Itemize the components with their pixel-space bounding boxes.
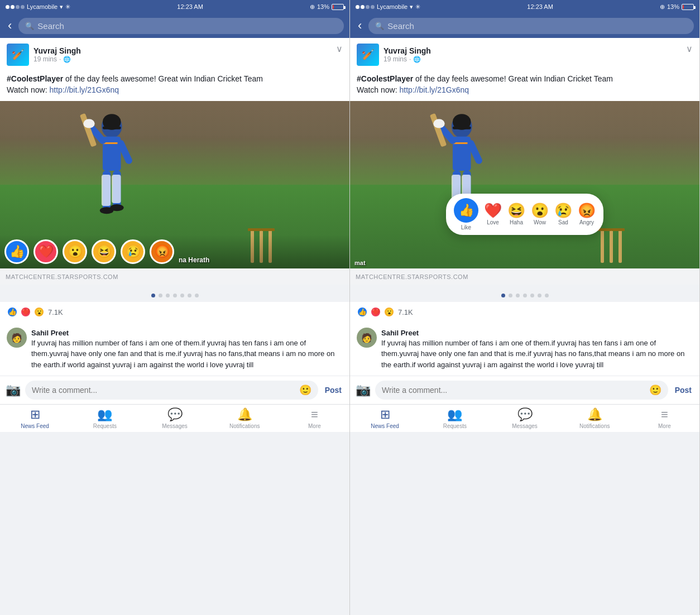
post-author-r: Yuvraj Singh [383,46,431,55]
search-input-wrap[interactable]: 🔍 [18,18,344,34]
post-button-r[interactable]: Post [673,386,694,395]
dot-1 [151,294,155,297]
signal-dot-3 [16,5,20,9]
notifications-label: Notifications [229,423,260,429]
post-image-r: 👍 Like ❤️ Love 😆 Haha 😮 Wow [350,101,699,268]
nav-notifications[interactable]: 🔔 Notifications [210,405,280,432]
search-bar-right: ‹ 🔍 [350,13,699,38]
dots-indicator-r [350,289,699,302]
reaction-count-r: 7.1K [398,308,413,316]
post-options-chevron[interactable]: ∨ [336,44,343,54]
reaction-haha[interactable]: 😆 Haha [507,203,525,225]
post-text-bold: #CoolestPlayer [7,74,63,83]
comment-input-row: 📷 🙂 Post [0,376,349,404]
comment-input-wrap-r[interactable]: 🙂 [375,381,668,400]
battery-percent-r: 13% [667,3,679,10]
reaction-haha-label: Haha [510,219,523,225]
nav-newsfeed[interactable]: ⊞ News Feed [0,405,70,432]
wow-emoji: 😮 [531,203,549,218]
reaction-love-label: Love [487,219,499,225]
comment-input[interactable] [32,386,296,395]
author-avatar-r[interactable]: 🏏 [357,44,379,66]
dot-2 [159,294,162,297]
nav-requests-r[interactable]: 👥 Requests [420,405,490,432]
nav-more-r[interactable]: ≡ More [630,405,699,432]
brightness-icon: ✳ [65,3,70,11]
reaction-popup: 👍 Like ❤️ Love 😆 Haha 😮 Wow [446,194,603,235]
author-avatar[interactable]: 🏏 [7,44,29,66]
battery-icon [332,4,344,10]
carrier-name: Lycamobile [27,3,57,10]
reaction-like[interactable]: 👍 Like [454,198,478,230]
avatar-image-r: 🏏 [357,44,379,66]
camera-icon-r[interactable]: 📷 [356,383,371,397]
back-button[interactable]: ‹ [6,18,14,33]
nav-messages[interactable]: 💬 Messages [140,405,209,432]
angry-circle[interactable]: 😡 [150,239,174,264]
reaction-love[interactable]: ❤️ Love [484,203,502,225]
reaction-sad-label: Sad [558,219,568,225]
wow-circle[interactable]: 😮 [63,239,87,264]
reaction-count-row-r: 👍 ❤️ 😮 7.1K [350,302,699,322]
messages-label: Messages [162,423,188,429]
battery-percent: 13% [317,3,329,10]
reaction-wow[interactable]: 😮 Wow [531,203,549,225]
nav-newsfeed-r[interactable]: ⊞ News Feed [350,405,420,432]
post-link[interactable]: http://bit.ly/21Gx6nq [50,85,119,94]
sad-emoji: 😢 [554,203,572,218]
mini-wow-icon-r: 😮 [383,306,395,318]
post-options-chevron-r[interactable]: ∨ [686,44,693,54]
post-link-r[interactable]: http://bit.ly/21Gx6nq [400,85,469,94]
nav-messages-r[interactable]: 💬 Messages [490,405,559,432]
requests-label-r: Requests [443,423,467,429]
comment-input-wrap[interactable]: 🙂 [25,381,318,400]
reaction-like-label: Like [461,224,471,230]
search-input-wrap-r[interactable]: 🔍 [368,18,694,34]
signal-dot-r2 [361,5,365,9]
status-left: Lycamobile ▾ ✳ [6,3,70,11]
messages-icon: 💬 [167,407,183,422]
back-button-r[interactable]: ‹ [356,18,364,33]
dot-6 [188,294,191,297]
comment-text: If yuvraj has million number of fans i a… [31,339,334,368]
haha-circle[interactable]: 😆 [92,239,116,264]
post-image: 👍 ❤️ 😮 😆 😢 😡 na Herath [0,101,349,268]
search-input[interactable] [37,21,337,31]
mini-love-icon: ❤️ [20,306,31,318]
requests-icon: 👥 [97,407,112,422]
post-header: 🏏 Yuvraj Singh 19 mins · 🌐 ∨ [0,38,349,71]
watch-now-text: Watch now: [7,85,50,94]
post-image-container-r: 👍 Like ❤️ Love 😆 Haha 😮 Wow [350,101,699,285]
nav-requests[interactable]: 👥 Requests [70,405,140,432]
comment-author: Sahil Preet [31,329,69,337]
status-left-r: Lycamobile ▾ ✳ [356,3,420,11]
reaction-angry[interactable]: 😡 Angry [578,203,596,225]
camera-icon[interactable]: 📷 [6,383,21,397]
dot-4 [173,294,177,297]
sad-circle[interactable]: 😢 [121,239,145,264]
comment-section-r: 🧑 Sahil Preet If yuvraj has million numb… [350,322,699,376]
svg-rect-2 [103,127,121,129]
dot-r5 [530,294,534,297]
search-input-r[interactable] [387,21,687,31]
love-emoji: ❤️ [484,203,502,218]
signal-dots [6,5,25,9]
reaction-angry-label: Angry [579,219,594,225]
comment-input-r[interactable] [382,386,646,395]
carrier-name-r: Lycamobile [377,3,407,10]
dot-7 [195,294,199,297]
post-button[interactable]: Post [323,386,344,395]
emoji-icon[interactable]: 🙂 [299,384,311,396]
reaction-sad[interactable]: 😢 Sad [554,203,572,225]
overlay-name-r: mat [354,260,366,266]
svg-line-26 [471,143,479,161]
like-circle[interactable]: 👍 [4,239,29,264]
comment-author-r: Sahil Preet [381,329,419,337]
nav-more[interactable]: ≡ More [280,405,349,432]
nav-notifications-r[interactable]: 🔔 Notifications [560,405,630,432]
love-circle[interactable]: ❤️ [33,239,58,264]
notifications-icon: 🔔 [237,407,252,422]
svg-point-14 [110,204,123,211]
brightness-icon-r: ✳ [415,3,420,11]
emoji-icon-r[interactable]: 🙂 [649,384,661,396]
